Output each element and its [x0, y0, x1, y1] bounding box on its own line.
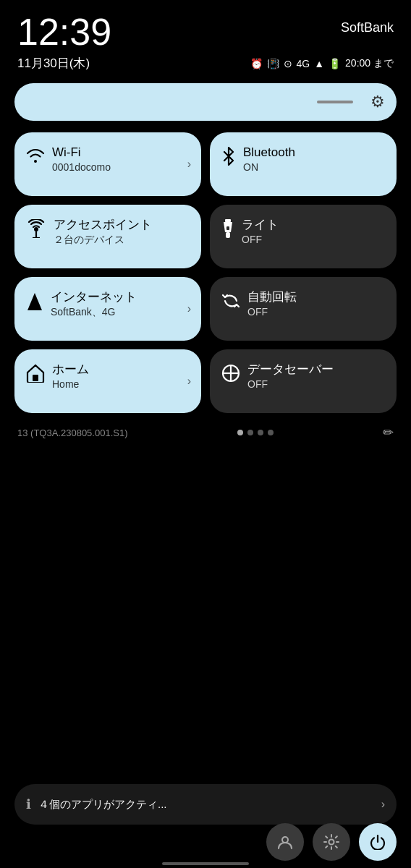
edit-icon[interactable]: ✏	[383, 425, 394, 441]
status-bar: 12:39 SoftBank	[0, 0, 411, 54]
svg-point-11	[282, 837, 288, 843]
vibrate-icon: 📳	[267, 58, 279, 69]
notification-bar[interactable]: ℹ ４個のアプリがアクティ... ›	[14, 784, 397, 825]
light-content: ライト OFF	[242, 218, 385, 245]
wifi-content: Wi-Fi 0001docomo	[52, 145, 190, 173]
rotation-icon	[221, 292, 240, 315]
flashlight-icon	[221, 219, 234, 244]
internet-icon	[26, 292, 43, 315]
wifi-subtitle: 0001docomo	[52, 161, 190, 173]
bluetooth-title: Bluetooth	[243, 145, 385, 160]
wifi-tile[interactable]: Wi-Fi 0001docomo ›	[14, 132, 201, 196]
accesspoint-tile[interactable]: アクセスポイント ２台のデバイス	[14, 205, 201, 268]
dot-1	[237, 430, 243, 435]
home-tile[interactable]: ホーム Home ›	[14, 349, 201, 413]
internet-title: インターネット	[51, 290, 190, 305]
internet-content: インターネット SoftBank、4G	[51, 290, 190, 319]
home-arrow: ›	[187, 375, 191, 388]
dot-4	[268, 430, 274, 435]
datasaver-icon	[221, 364, 240, 387]
svg-point-0	[34, 227, 38, 231]
settings-button[interactable]	[313, 823, 350, 861]
date-text: 11月30日(木)	[17, 55, 90, 72]
status-carrier: SoftBank	[341, 13, 394, 35]
accesspoint-subtitle: ２台のデバイス	[54, 234, 190, 247]
wifi-icon	[26, 147, 45, 167]
network-type: 4G	[297, 58, 310, 69]
datasaver-tile[interactable]: データセーバー OFF	[210, 349, 397, 413]
brightness-slider[interactable]: ⚙	[14, 83, 397, 121]
light-tile[interactable]: ライト OFF	[210, 205, 397, 268]
svg-rect-4	[226, 232, 230, 238]
wifi-title: Wi-Fi	[52, 145, 190, 160]
light-title: ライト	[242, 218, 385, 232]
light-subtitle: OFF	[242, 234, 385, 245]
quick-tiles-grid: Wi-Fi 0001docomo › Bluetooth ON	[0, 132, 411, 413]
notification-arrow: ›	[381, 798, 385, 811]
bluetooth-tile[interactable]: Bluetooth ON	[210, 132, 397, 196]
brightness-track	[317, 101, 353, 103]
home-indicator	[162, 862, 249, 865]
home-title: ホーム	[52, 362, 190, 377]
bottom-buttons	[14, 823, 397, 861]
battery-icon: 🔋	[329, 58, 341, 69]
svg-point-12	[329, 840, 334, 845]
user-button[interactable]	[266, 823, 304, 861]
status-time: 12:39	[17, 13, 111, 51]
battery-time: 20:00 まで	[345, 57, 394, 70]
page-dots	[237, 430, 274, 435]
date-row: 11月30日(木) ⏰ 📳 ⊙ 4G ▲ 🔋 20:00 まで	[0, 54, 411, 83]
svg-rect-7	[33, 375, 38, 381]
alarm-icon: ⏰	[250, 58, 263, 69]
power-button[interactable]	[359, 823, 397, 861]
home-content: ホーム Home	[52, 362, 190, 390]
internet-tile[interactable]: インターネット SoftBank、4G ›	[14, 277, 201, 341]
datasaver-subtitle: OFF	[247, 378, 385, 390]
hotspot-icon	[26, 219, 46, 242]
status-icons: ⏰ 📳 ⊙ 4G ▲ 🔋 20:00 まで	[250, 57, 394, 70]
info-icon: ℹ	[26, 796, 31, 812]
accesspoint-content: アクセスポイント ２台のデバイス	[54, 218, 190, 247]
svg-rect-3	[225, 219, 231, 222]
datasaver-content: データセーバー OFF	[247, 362, 385, 390]
rotation-content: 自動回転 OFF	[247, 290, 385, 318]
dot-2	[247, 430, 253, 435]
accesspoint-title: アクセスポイント	[54, 218, 190, 232]
build-text: 13 (TQ3A.230805.001.S1)	[17, 427, 128, 438]
svg-rect-5	[226, 226, 229, 230]
home-icon	[26, 364, 45, 387]
internet-arrow: ›	[187, 302, 191, 315]
bottom-info: 13 (TQ3A.230805.001.S1) ✏	[0, 413, 411, 441]
wifi-arrow: ›	[187, 158, 191, 171]
rotation-title: 自動回転	[247, 290, 385, 305]
brightness-row: ⚙	[0, 83, 411, 132]
signal-icon: ▲	[314, 58, 324, 69]
brightness-icon: ⚙	[370, 93, 385, 111]
rotation-subtitle: OFF	[247, 306, 385, 318]
notification-text: ４個のアプリがアクティ...	[38, 798, 374, 812]
rotation-tile[interactable]: 自動回転 OFF	[210, 277, 397, 341]
home-subtitle: Home	[52, 378, 190, 390]
hotspot-status-icon: ⊙	[284, 58, 292, 69]
dot-3	[258, 430, 263, 435]
svg-marker-6	[27, 293, 42, 310]
internet-subtitle: SoftBank、4G	[51, 306, 190, 319]
datasaver-title: データセーバー	[247, 362, 385, 377]
bluetooth-content: Bluetooth ON	[243, 145, 385, 173]
bluetooth-icon	[221, 147, 236, 170]
bluetooth-subtitle: ON	[243, 161, 385, 173]
